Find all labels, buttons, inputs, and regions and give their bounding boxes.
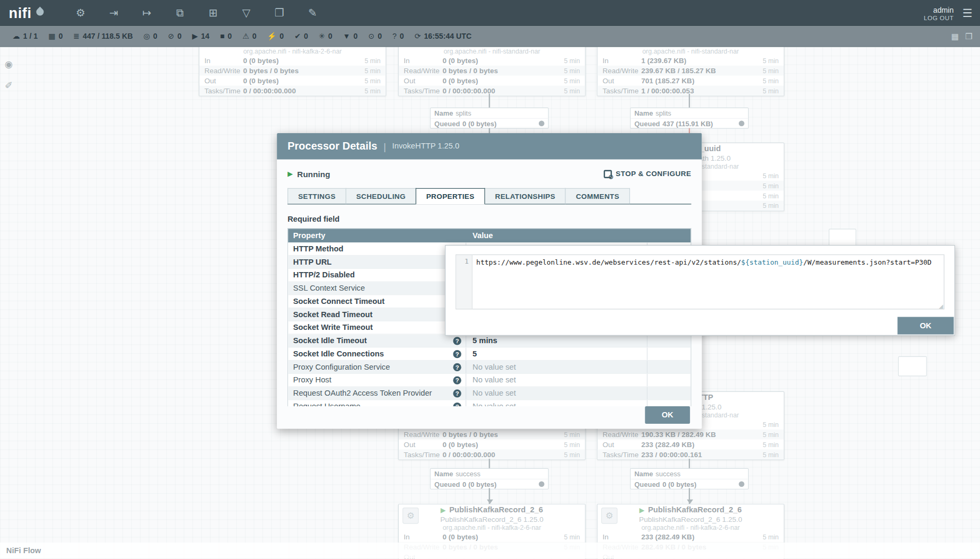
refresh-icon: ⟳	[415, 32, 421, 41]
app-header: nifi ⚙⇥↦⧉⊞▽❐✎ admin LOG OUT ☰	[0, 0, 980, 26]
property-cell: Socket Connect Timeout?	[288, 295, 466, 308]
property-row: Socket Idle Connections?5	[288, 347, 690, 361]
url-plain-segment: /W/measurements.json?start=P30D	[803, 258, 932, 266]
dialog-ok-button[interactable]: OK	[645, 406, 690, 424]
grid-icon[interactable]: ▦	[951, 32, 959, 41]
tab-relationships[interactable]: RELATIONSHIPS	[484, 188, 566, 204]
property-name: SSL Context Service	[293, 284, 365, 293]
stop-and-configure-button[interactable]: STOP & CONFIGURE	[603, 170, 691, 178]
property-row: Proxy Host?No value set	[288, 374, 690, 387]
tab-comments[interactable]: COMMENTS	[565, 188, 630, 204]
help-icon[interactable]: ?	[453, 402, 461, 406]
logout-link[interactable]: LOG OUT	[924, 14, 953, 21]
funnel-icon[interactable]: ▽	[238, 5, 255, 21]
property-value[interactable]: 5	[466, 347, 648, 360]
dialog-subtitle: InvokeHTTP 1.25.0	[392, 142, 460, 151]
user-block: admin LOG OUT	[924, 5, 953, 21]
tab-properties[interactable]: PROPERTIES	[416, 188, 485, 205]
resize-handle-icon[interactable]: ◢	[939, 303, 943, 310]
property-name: HTTP Method	[293, 244, 344, 254]
value-editor[interactable]: 1 https://www.pegelonline.wsv.de/webserv…	[456, 255, 944, 310]
status-sync-failure: ?0	[392, 32, 404, 41]
status-refresh: ⟳16:55:44 UTC	[415, 32, 471, 41]
property-column-header: Property	[288, 231, 466, 240]
help-icon[interactable]: ?	[453, 363, 461, 371]
value-editor-text[interactable]: https://www.pegelonline.wsv.de/webservic…	[472, 255, 944, 309]
processor-status-row: ▶ Running STOP & CONFIGURE	[287, 168, 691, 180]
property-cell: Request Username?	[288, 400, 466, 406]
cluster-icon: ☁	[13, 32, 20, 41]
property-cell: HTTP URL?	[288, 256, 466, 268]
process-group-icon[interactable]: ⧉	[172, 5, 188, 21]
help-icon[interactable]: ?	[453, 337, 461, 345]
property-cell: Socket Idle Connections?	[288, 347, 466, 360]
help-icon[interactable]: ?	[453, 376, 461, 384]
property-row: Proxy Configuration Service?No value set	[288, 361, 690, 374]
template-icon[interactable]: ❐	[271, 5, 287, 21]
property-cell: Socket Write Timeout?	[288, 321, 466, 334]
help-icon[interactable]: ?	[453, 350, 461, 357]
status-not-transmitting: ⊘0	[168, 32, 182, 41]
value-column-header: Value	[466, 231, 648, 240]
status-transmitting: ◎0	[144, 32, 158, 41]
value-editor-ok-button[interactable]: OK	[897, 317, 953, 335]
status-up-to-date: ✔0	[294, 32, 308, 41]
required-field-label: Required field	[287, 215, 691, 224]
panel-icon[interactable]: ❒	[965, 32, 973, 41]
header-right: admin LOG OUT ☰	[924, 5, 980, 21]
nifi-app: nifi ⚙⇥↦⧉⊞▽❐✎ admin LOG OUT ☰ ☁1 / 1▦0≣4…	[0, 0, 980, 559]
tab-settings[interactable]: SETTINGS	[287, 188, 346, 204]
property-cell: Socket Idle Timeout?	[288, 335, 466, 347]
status-invalid: ⚠0	[242, 32, 256, 41]
remote-process-group-icon[interactable]: ⊞	[205, 5, 222, 21]
dialog-title: Processor Details	[287, 140, 377, 153]
menu-icon[interactable]: ☰	[962, 6, 973, 20]
property-name: Socket Idle Timeout	[293, 336, 367, 345]
property-value[interactable]: No value set	[466, 400, 648, 406]
row-filler	[648, 361, 690, 373]
property-cell: Proxy Configuration Service?	[288, 361, 466, 373]
property-value[interactable]: No value set	[466, 387, 648, 400]
running-icon: ▶	[287, 170, 293, 178]
label-icon[interactable]: ✎	[304, 5, 321, 21]
active-threads-count: 0	[58, 32, 63, 41]
component-toolbar: ⚙⇥↦⧉⊞▽❐✎	[73, 5, 321, 21]
title-separator: |	[383, 141, 386, 152]
invalid-icon: ⚠	[242, 32, 249, 41]
invalid-count: 0	[252, 32, 257, 41]
queued-icon: ≣	[73, 32, 80, 41]
processor-icon[interactable]: ⚙	[73, 5, 89, 21]
help-icon[interactable]: ?	[453, 389, 461, 397]
property-cell: HTTP/2 Disabled?	[288, 269, 466, 282]
status-locally-modified-stale: ⊙0	[368, 32, 382, 41]
property-value[interactable]: No value set	[466, 361, 648, 373]
row-filler	[648, 387, 690, 400]
stop-configure-icon	[603, 170, 611, 178]
row-filler	[648, 347, 690, 360]
property-value[interactable]: 5 mins	[466, 335, 648, 347]
properties-table-header: Property Value	[288, 229, 690, 242]
row-filler	[648, 374, 690, 387]
disabled-icon: ⚡	[267, 32, 277, 41]
status-queued: ≣447 / 118.5 KB	[73, 32, 133, 41]
status-active-threads: ▦0	[48, 32, 63, 41]
property-name: Proxy Configuration Service	[293, 363, 390, 372]
sync-failure-icon: ?	[392, 32, 397, 41]
locally-modified-stale-icon: ⊙	[368, 32, 374, 41]
input-port-icon[interactable]: ⇥	[106, 5, 122, 21]
property-cell: Socket Read Timeout?	[288, 308, 466, 321]
processor-status: Running	[297, 169, 330, 179]
not-transmitting-count: 0	[177, 32, 181, 41]
property-name: HTTP/2 Disabled	[293, 270, 355, 280]
dialog-tabs: SETTINGSSCHEDULINGPROPERTIESRELATIONSHIP…	[287, 188, 691, 205]
output-port-icon[interactable]: ↦	[139, 5, 155, 21]
tab-scheduling[interactable]: SCHEDULING	[346, 188, 416, 204]
value-editor-popup: 1 https://www.pegelonline.wsv.de/webserv…	[445, 245, 955, 336]
up-to-date-count: 0	[304, 32, 308, 41]
stopped-icon: ■	[220, 32, 225, 41]
property-cell: HTTP Method?	[288, 242, 466, 255]
property-name: Proxy Host	[293, 375, 331, 385]
property-value[interactable]: No value set	[466, 374, 648, 387]
transmitting-count: 0	[153, 32, 158, 41]
up-to-date-icon: ✔	[294, 32, 301, 41]
